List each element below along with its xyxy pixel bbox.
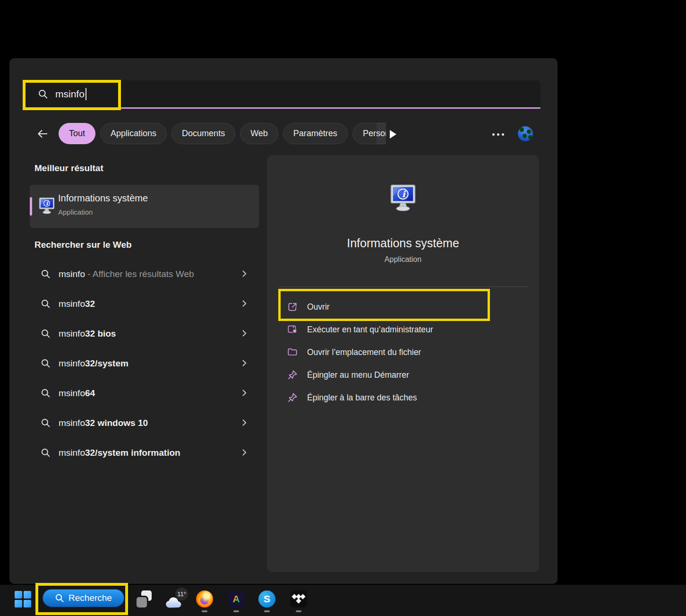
search-icon: [38, 89, 48, 99]
best-result-header: Meilleur résultat: [34, 163, 103, 174]
user-avatar[interactable]: [518, 126, 533, 141]
back-button[interactable]: [36, 127, 49, 140]
search-icon: [41, 448, 51, 458]
tabs-scroll-right-button[interactable]: [387, 128, 399, 140]
action-open-file-location[interactable]: Ouvrir l’emplacement du fichier: [267, 341, 539, 364]
chevron-right-icon: [240, 448, 249, 457]
ellipsis-icon: [492, 133, 495, 136]
filter-tabs: Tout Applications Documents Web Paramètr…: [59, 122, 386, 144]
suggestion-row[interactable]: msinfo64: [30, 378, 259, 408]
pin-icon: [287, 369, 298, 381]
detail-panel: Informations système Application Ouvrir: [267, 155, 539, 572]
back-arrow-icon: [36, 127, 49, 140]
open-external-icon: [287, 301, 298, 312]
detail-app-type: Application: [267, 255, 539, 264]
tab-tout[interactable]: Tout: [59, 123, 95, 144]
suggestion-query: msinfo: [59, 358, 85, 368]
chevron-right-icon: [240, 389, 249, 397]
suggestion-completion: 32: [85, 299, 95, 309]
suggestion-row[interactable]: msinfo32 windows 10: [30, 408, 259, 438]
action-label: Épingler à la barre des tâches: [307, 393, 417, 403]
running-indicator: [233, 610, 239, 612]
folder-icon: [287, 347, 298, 358]
chevron-right-icon: [240, 329, 249, 338]
suggestion-completion: 32/system: [85, 358, 129, 368]
selection-accent-bar: [30, 197, 32, 216]
action-label: Exécuter en tant qu’administrateur: [307, 325, 433, 335]
action-label: Épingler au menu Démarrer: [307, 370, 409, 380]
best-result-title: Informations système: [58, 193, 148, 204]
weather-widget[interactable]: 11°: [164, 588, 188, 611]
suggestion-query: msinfo: [59, 448, 85, 458]
adobe-creative-cloud-icon[interactable]: A: [228, 590, 245, 607]
search-icon: [41, 299, 51, 309]
search-query-text: msinfo: [55, 88, 85, 100]
windows-logo-icon: [14, 590, 31, 607]
play-icon: [390, 130, 396, 139]
search-icon: [41, 388, 51, 398]
system-information-app-icon: [37, 196, 57, 216]
action-list: Ouvrir Exécuter en tant qu’administrateu…: [267, 295, 539, 409]
skype-icon[interactable]: S: [258, 590, 275, 607]
tab-parametres[interactable]: Paramètres: [283, 123, 348, 144]
detail-app-title: Informations système: [267, 236, 539, 250]
suggestion-row[interactable]: msinfo32: [30, 289, 259, 319]
taskbar: Recherche 11° A S: [0, 585, 686, 616]
search-icon: [41, 269, 51, 279]
desktop: msinfo Tout Applications Documents Web P…: [0, 0, 686, 616]
suggestion-query: msinfo: [59, 329, 85, 338]
web-suggestion-list: msinfo - Afficher les résultats Web msin…: [30, 259, 259, 468]
suggestion-query: msinfo: [59, 299, 85, 309]
chevron-right-icon: [240, 359, 249, 367]
search-icon: [41, 358, 51, 368]
action-pin-to-start[interactable]: Épingler au menu Démarrer: [267, 364, 539, 386]
search-icon: [41, 418, 51, 428]
search-flyout-panel: msinfo Tout Applications Documents Web P…: [9, 58, 557, 584]
suggestion-completion: 64: [85, 388, 95, 398]
best-result-item[interactable]: Informations système Application: [30, 185, 259, 228]
best-result-subtitle: Application: [58, 208, 93, 216]
tab-applications[interactable]: Applications: [100, 123, 167, 144]
suggestion-row[interactable]: msinfo - Afficher les résultats Web: [30, 259, 259, 289]
start-button[interactable]: [14, 590, 31, 607]
running-indicator: [264, 610, 270, 612]
suggestion-query: msinfo: [59, 418, 85, 428]
search-icon: [55, 593, 64, 603]
firefox-icon[interactable]: [196, 590, 213, 607]
suggestion-query: msinfo: [59, 269, 85, 279]
chevron-right-icon: [240, 418, 249, 427]
suggestion-completion: 32 windows 10: [85, 418, 148, 428]
web-search-header: Rechercher sur le Web: [34, 240, 132, 250]
system-information-app-icon-large: [387, 182, 419, 215]
action-label: Ouvrir l’emplacement du fichier: [307, 347, 421, 357]
running-indicator: [296, 610, 301, 612]
taskbar-search-button[interactable]: Recherche: [43, 589, 124, 607]
tabs-overflow-fade: [377, 122, 386, 144]
search-icon: [41, 329, 51, 338]
text-cursor: [86, 88, 86, 100]
action-label: Ouvrir: [307, 302, 330, 312]
action-open[interactable]: Ouvrir: [267, 295, 539, 318]
task-view-button[interactable]: [136, 590, 153, 607]
more-options-button[interactable]: [489, 129, 507, 139]
search-input[interactable]: msinfo: [23, 80, 540, 109]
tab-documents[interactable]: Documents: [172, 123, 235, 144]
suggestion-row[interactable]: msinfo32 bios: [30, 319, 259, 348]
chevron-right-icon: [240, 299, 249, 308]
chevron-right-icon: [240, 269, 249, 278]
suggestion-completion: 32/system information: [85, 448, 180, 458]
suggestion-row[interactable]: msinfo32/system: [30, 348, 259, 378]
pin-icon: [287, 392, 298, 403]
suggestion-row[interactable]: msinfo32/system information: [30, 438, 259, 468]
tab-web[interactable]: Web: [240, 123, 278, 144]
temperature-badge: 11°: [175, 588, 188, 600]
suggestion-completion: 32 bios: [85, 329, 116, 338]
running-indicator: [202, 610, 207, 612]
action-pin-to-taskbar[interactable]: Épingler à la barre des tâches: [267, 386, 539, 409]
action-run-as-admin[interactable]: Exécuter en tant qu’administrateur: [267, 318, 539, 341]
tidal-icon[interactable]: [290, 590, 307, 607]
taskbar-search-label: Recherche: [69, 593, 112, 603]
suggestion-completion: - Afficher les résultats Web: [85, 269, 194, 279]
suggestion-query: msinfo: [59, 388, 85, 398]
divider: [278, 286, 528, 287]
